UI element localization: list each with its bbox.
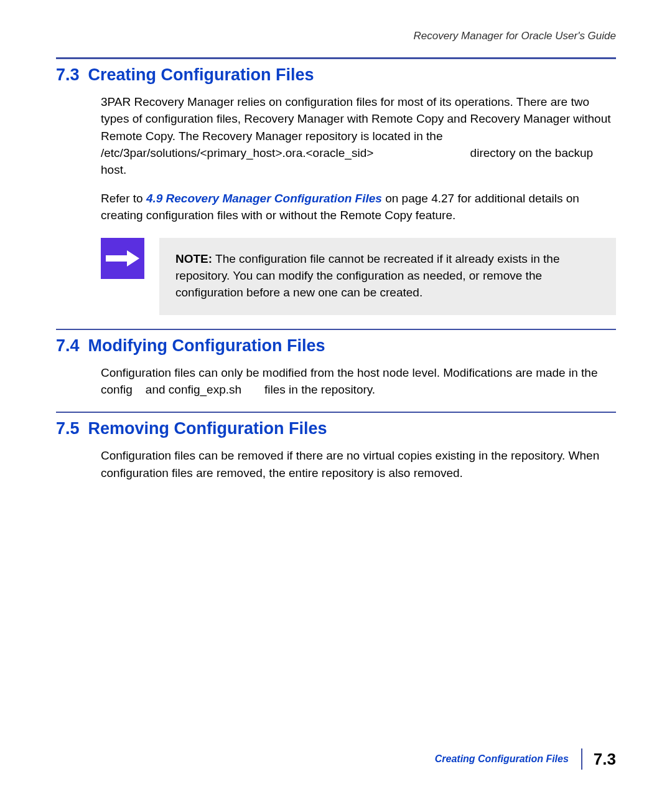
section-rule bbox=[56, 412, 616, 413]
heading-7-3: 7.3Creating Configuration Files bbox=[56, 65, 616, 85]
paragraph: Configuration files can only be modified… bbox=[101, 364, 616, 399]
note-body: The configuration file cannot be recreat… bbox=[175, 252, 559, 300]
code-inline: config bbox=[101, 383, 133, 396]
heading-title: Creating Configuration Files bbox=[88, 65, 314, 84]
heading-title: Modifying Configuration Files bbox=[88, 336, 325, 355]
heading-7-4: 7.4Modifying Configuration Files bbox=[56, 336, 616, 356]
section-rule bbox=[56, 57, 616, 59]
footer-section-title: Creating Configuration Files bbox=[435, 753, 581, 765]
section-rule bbox=[56, 329, 616, 330]
paragraph: Configuration files can be removed if th… bbox=[101, 447, 616, 481]
heading-number: 7.3 bbox=[56, 65, 80, 84]
heading-7-5: 7.5Removing Configuration Files bbox=[56, 419, 616, 438]
note-label: NOTE: bbox=[175, 252, 212, 265]
page: Recovery Manager for Oracle User's Guide… bbox=[0, 0, 672, 807]
cross-ref-link[interactable]: 4.9 Recovery Manager Configuration Files bbox=[146, 192, 382, 205]
running-header: Recovery Manager for Oracle User's Guide bbox=[56, 30, 616, 42]
footer-divider bbox=[581, 748, 582, 770]
text: 3PAR Recovery Manager relies on configur… bbox=[101, 95, 611, 143]
text: Refer to bbox=[101, 192, 146, 205]
note-text: NOTE: The configuration file cannot be r… bbox=[159, 238, 616, 315]
note-arrow-icon bbox=[101, 238, 144, 279]
section-body-7-4: Configuration files can only be modified… bbox=[101, 364, 616, 399]
section-body-7-5: Configuration files can be removed if th… bbox=[101, 447, 616, 481]
text: Configuration files can only be modified… bbox=[101, 366, 597, 379]
svg-marker-1 bbox=[127, 250, 139, 267]
page-footer: Creating Configuration Files 7.3 bbox=[56, 748, 616, 770]
text: files in the repository. bbox=[261, 383, 375, 396]
text: and bbox=[142, 383, 169, 396]
note-callout: NOTE: The configuration file cannot be r… bbox=[101, 238, 616, 315]
heading-title: Removing Configuration Files bbox=[88, 419, 327, 438]
code-inline: config_exp.sh bbox=[169, 383, 241, 396]
code-path: /etc/3par/solutions/<primary_host>.ora.<… bbox=[101, 146, 373, 159]
heading-number: 7.4 bbox=[56, 336, 80, 355]
paragraph: 3PAR Recovery Manager relies on configur… bbox=[101, 93, 616, 179]
section-body-7-3: 3PAR Recovery Manager relies on configur… bbox=[101, 93, 616, 224]
svg-rect-0 bbox=[106, 255, 127, 262]
footer-page-number: 7.3 bbox=[594, 750, 616, 769]
paragraph: Refer to 4.9 Recovery Manager Configurat… bbox=[101, 190, 616, 224]
heading-number: 7.5 bbox=[56, 419, 80, 438]
